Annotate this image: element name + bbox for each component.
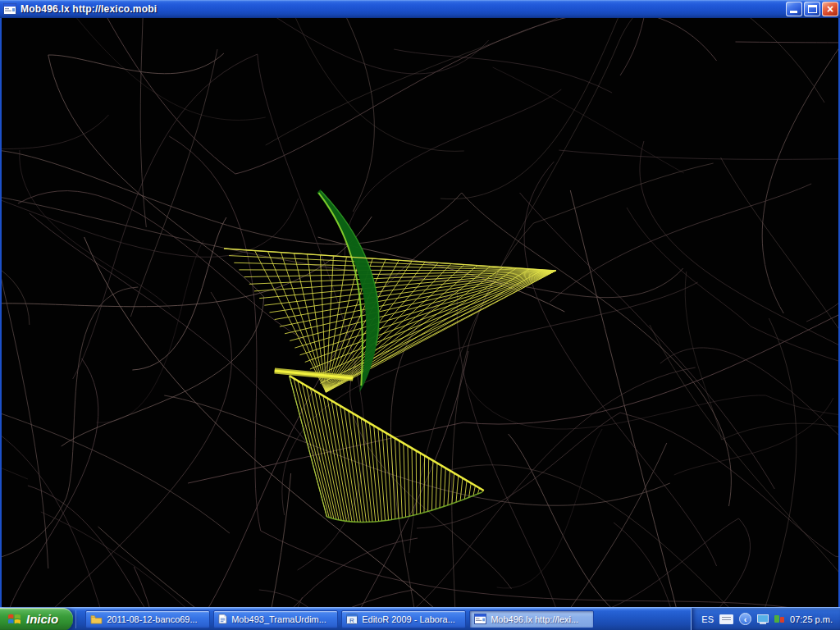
window-controls: × — [786, 2, 838, 16]
artwork-canvas[interactable] — [0, 18, 840, 607]
start-label: Inicio — [26, 612, 58, 626]
start-button[interactable]: Inicio — [0, 608, 73, 630]
taskbar-button-editor[interactable]: R EditoR 2009 - Labora... — [341, 610, 466, 628]
folder-icon — [90, 614, 103, 624]
windows-logo-icon — [7, 613, 21, 625]
system-tray: ES ‹ 07:25 p.m. — [691, 608, 840, 630]
maximize-icon — [808, 5, 817, 13]
titlebar: Mob496.lx http://lexico.mobi × — [0, 0, 840, 18]
clock[interactable]: 07:25 p.m. — [790, 614, 833, 624]
language-indicator[interactable]: ES — [701, 614, 714, 624]
taskbar-divider — [75, 610, 82, 628]
status-tray-icon[interactable] — [774, 614, 784, 624]
taskbar-button-label: 2011-08-12-banco69... — [107, 614, 198, 624]
app-icon — [474, 614, 486, 624]
display-tray-icon[interactable] — [757, 614, 769, 624]
taskbar-button-mob496[interactable]: Mob496.lx http://lexi... — [469, 610, 594, 628]
close-button[interactable]: × — [822, 2, 838, 16]
taskbar-button-banco[interactable]: 2011-08-12-banco69... — [85, 610, 210, 628]
minimize-button[interactable] — [786, 2, 802, 16]
app-window: Mob496.lx http://lexico.mobi × Inicio — [0, 0, 840, 630]
taskbar: Inicio 2011-08-12-banco69... Mob493_Tram… — [0, 607, 840, 630]
maximize-restore-button[interactable] — [804, 2, 820, 16]
taskbar-button-label: EditoR 2009 - Labora... — [362, 614, 455, 624]
hide-icons-button[interactable]: ‹ — [739, 613, 751, 625]
taskbar-button-label: Mob496.lx http://lexi... — [491, 614, 578, 624]
editor-icon: R — [346, 614, 358, 624]
generative-art — [2, 18, 838, 607]
taskbar-button-label: Mob493_TramaUrdim... — [231, 614, 326, 624]
svg-text:R: R — [349, 617, 354, 624]
document-icon — [218, 614, 227, 624]
taskbar-button-trama[interactable]: Mob493_TramaUrdim... — [213, 610, 338, 628]
minimize-icon — [790, 11, 797, 13]
app-icon — [3, 3, 16, 15]
close-icon: × — [823, 2, 838, 16]
keyboard-icon[interactable] — [719, 614, 733, 624]
window-title: Mob496.lx http://lexico.mobi — [21, 3, 786, 15]
